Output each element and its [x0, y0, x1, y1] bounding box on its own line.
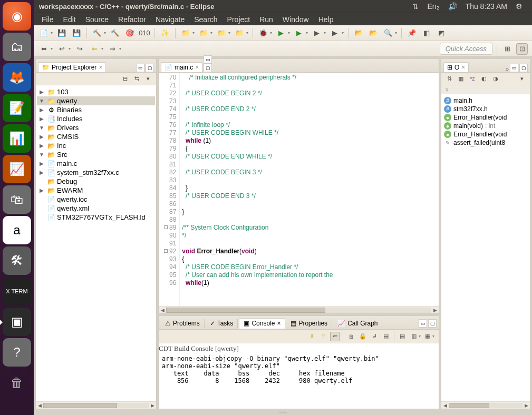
- run-last-button[interactable]: ▶: [293, 27, 305, 39]
- back-button[interactable]: ⇐: [89, 43, 100, 55]
- close-icon[interactable]: ×: [461, 64, 465, 71]
- outline-item[interactable]: ●Error_Handler(void: [443, 113, 528, 122]
- launcher-tile[interactable]: a: [3, 216, 31, 244]
- mark-button[interactable]: ◩: [436, 27, 447, 39]
- new-button[interactable]: 📄: [38, 27, 50, 39]
- tree-row[interactable]: 📄qwerty.xml: [37, 204, 155, 213]
- close-icon[interactable]: ×: [99, 64, 102, 71]
- launcher-tile[interactable]: ▣: [3, 308, 31, 336]
- launcher-tile[interactable]: 📊: [3, 124, 31, 153]
- bottom-tab-tasks[interactable]: ✓Tasks: [206, 319, 238, 328]
- launcher-tile[interactable]: ?: [3, 338, 31, 367]
- search-button[interactable]: 🔍: [382, 27, 394, 39]
- target-button[interactable]: 🎯: [124, 27, 136, 39]
- session-indicator[interactable]: ⚙: [516, 2, 523, 11]
- hide-static-button[interactable]: ◐: [479, 74, 489, 84]
- launcher-tile[interactable]: 🦊: [3, 63, 31, 92]
- tree-row[interactable]: ▶📑Includes: [37, 114, 155, 123]
- debug-button[interactable]: 🐞: [257, 27, 269, 39]
- sort-button[interactable]: ⇅: [444, 74, 454, 84]
- scrollbar-h[interactable]: ◀▶: [441, 401, 530, 409]
- menu-window[interactable]: Window: [278, 15, 314, 24]
- outline-item[interactable]: #main.h: [443, 96, 528, 105]
- wand-button[interactable]: ✨: [159, 27, 171, 39]
- project-explorer-tab[interactable]: 📁 Project Explorer ×: [38, 62, 106, 72]
- console-menu-button[interactable]: ▤: [381, 332, 391, 341]
- perspective-cpp-button[interactable]: ⊡: [516, 43, 528, 55]
- maximize-button[interactable]: ▢: [204, 64, 212, 72]
- minimize-button[interactable]: ▭: [419, 319, 427, 328]
- tree-row[interactable]: ▶📂EWARM: [37, 186, 155, 195]
- launcher-tile[interactable]: 🗑: [3, 369, 31, 397]
- outline-tab[interactable]: ⊞ O ×: [443, 62, 469, 72]
- perspective-open-button[interactable]: ⊞: [501, 43, 513, 55]
- launcher-tile[interactable]: 🛍: [3, 185, 31, 214]
- menu-refactor[interactable]: Refactor: [113, 15, 151, 24]
- network-indicator[interactable]: ⇅: [412, 2, 419, 11]
- link-editor-button[interactable]: ⇆: [132, 74, 141, 84]
- filter-button[interactable]: ▦: [456, 74, 466, 84]
- tree-row[interactable]: ▼📂Src: [37, 150, 155, 159]
- toggle-button[interactable]: ◧: [421, 27, 432, 39]
- save-button[interactable]: 💾: [56, 27, 67, 39]
- step-fwd-button[interactable]: ↪: [74, 43, 85, 55]
- minimize-button[interactable]: ▭: [204, 55, 212, 64]
- save-all-button[interactable]: 💾: [71, 27, 82, 39]
- wrap-button[interactable]: ↲: [370, 332, 379, 341]
- tree-row[interactable]: ▼📁qwerty: [37, 96, 155, 105]
- new-console-button[interactable]: ▦: [423, 332, 432, 341]
- tree-row[interactable]: ▶📂CMSIS: [37, 132, 155, 141]
- hide-fields-button[interactable]: ᵃz: [468, 74, 477, 84]
- tree-row[interactable]: ▶📄main.c: [37, 159, 155, 168]
- outline-item[interactable]: ●Error_Handler(void: [443, 130, 528, 139]
- close-icon[interactable]: ×: [277, 320, 280, 327]
- pin-button[interactable]: 📌: [406, 27, 418, 39]
- collapse-all-button[interactable]: ⊟: [120, 74, 130, 84]
- menu-navigate[interactable]: Navigate: [151, 15, 189, 24]
- bottom-tab-properties[interactable]: ▤Properties: [286, 319, 332, 328]
- menu-edit[interactable]: Edit: [59, 15, 81, 24]
- tree-row[interactable]: ▶📁103: [37, 87, 155, 96]
- tree-row[interactable]: 📂Debug: [37, 177, 155, 186]
- scroll-lock-button[interactable]: 🔒: [358, 332, 367, 341]
- menu-file[interactable]: File: [37, 15, 59, 24]
- menu-project[interactable]: Project: [223, 15, 255, 24]
- open-console-button[interactable]: ▤: [398, 332, 407, 341]
- scrollbar-h[interactable]: ◀▶: [159, 306, 439, 313]
- minimize-button[interactable]: ▭: [510, 64, 518, 72]
- view-menu-button[interactable]: ▾: [143, 74, 153, 84]
- next-button[interactable]: ⇧: [318, 332, 328, 341]
- tree-row[interactable]: ▶📄system_stm32f7xx.c: [37, 168, 155, 177]
- launcher-tile[interactable]: ◉: [3, 2, 31, 31]
- menu-search[interactable]: Search: [189, 15, 222, 24]
- tree-row[interactable]: ▶⚙Binaries: [37, 105, 155, 114]
- bottom-tab-problems[interactable]: ⚠Problems: [161, 319, 205, 328]
- build-all-button[interactable]: 🔨: [109, 27, 121, 39]
- project-tree[interactable]: ▶📁103▼📁qwerty▶⚙Binaries▶📑Includes▼📂Drive…: [36, 85, 156, 401]
- editor-tab-main-c[interactable]: 📄 main.c ×: [161, 62, 202, 72]
- bottom-tab-console[interactable]: ▣Console ×: [239, 318, 285, 329]
- view-menu-button[interactable]: ▾: [517, 74, 527, 84]
- launcher-tile[interactable]: X TERM: [3, 277, 31, 305]
- tree-row[interactable]: 📄STM32F767VGTx_FLASH.ld: [37, 213, 155, 222]
- outline-tree[interactable]: #main.h#stm32f7xx.h●Error_Handler(void●m…: [441, 94, 530, 401]
- launcher-tile[interactable]: 🗂: [3, 33, 31, 61]
- tree-toggle-button[interactable]: ⬌: [38, 43, 50, 55]
- new-hdr-button[interactable]: 📁: [234, 27, 245, 39]
- tree-row[interactable]: ▼📂Drivers: [37, 123, 155, 132]
- new-class-button[interactable]: 📁: [198, 27, 209, 39]
- prev-button[interactable]: ⇩: [307, 332, 316, 341]
- sash-handle[interactable]: ┈┈┈: [34, 411, 532, 415]
- launcher-tile[interactable]: 📈: [3, 155, 31, 183]
- menu-help[interactable]: Help: [314, 15, 338, 24]
- outline-item[interactable]: ✎assert_failed(uint8: [443, 139, 528, 147]
- menu-run[interactable]: Run: [255, 15, 278, 24]
- pin-console-button[interactable]: ⇐: [330, 332, 340, 341]
- chevron-down-icon[interactable]: ▿: [441, 85, 530, 94]
- open-task-button[interactable]: 📂: [367, 27, 379, 39]
- clock[interactable]: Thu 8:23 AM: [466, 2, 507, 11]
- maximize-button[interactable]: ▢: [428, 319, 437, 328]
- tree-row[interactable]: 📄qwerty.ioc: [37, 195, 155, 204]
- maximize-button[interactable]: ▢: [146, 64, 154, 72]
- code-editor[interactable]: 7071727374757677787980818283848586878889…: [159, 73, 439, 306]
